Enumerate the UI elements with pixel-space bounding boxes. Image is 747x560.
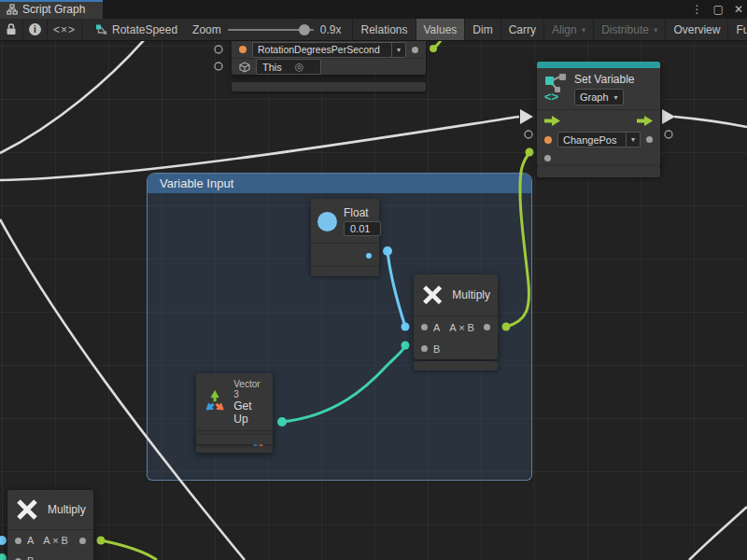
flow-out-port[interactable]: [637, 116, 653, 126]
a-label: A: [433, 322, 440, 333]
float-value-field[interactable]: 0.01: [344, 221, 381, 236]
menu-kebab-icon[interactable]: ⋮: [692, 0, 703, 19]
vector3-icon: [202, 388, 228, 416]
node-title: Float: [344, 206, 381, 219]
wire-flow-bottomright: [689, 507, 747, 560]
wire-flow-topleft: [0, 41, 145, 153]
flow-in-port[interactable]: [544, 116, 560, 126]
float-out-port[interactable]: [366, 253, 372, 259]
variable-row: ChangePos ▾: [537, 131, 660, 148]
target-row: This ◎: [232, 58, 426, 75]
graph-hierarchy-icon: [7, 4, 18, 15]
script-graph-window: Script Graph ⋮ ▢ ✕ i <×> R: [0, 0, 747, 560]
a-port[interactable]: [421, 324, 428, 330]
object-picker-icon[interactable]: ◎: [295, 61, 304, 73]
wire-end-dot: [0, 553, 7, 560]
title-bar: Script Graph ⋮ ▢ ✕: [0, 0, 747, 19]
values-toggle[interactable]: Values: [416, 19, 465, 40]
outer-port-ring[interactable]: [525, 131, 532, 138]
multiply-icon: [15, 497, 39, 522]
variable-row: RotationDegreesPerSecond ▾: [232, 41, 426, 58]
toolbar-toggles: Relations Values Dim Carry Align▾ Distri…: [352, 19, 747, 40]
dim-toggle[interactable]: Dim: [464, 19, 500, 40]
graph-toolbar: i <×> RotateSpeed Zoom 0.9x Relations Va…: [0, 19, 747, 41]
b-label: B: [433, 343, 440, 355]
set-variable-icon: <>: [544, 73, 568, 102]
variable-dropdown-arrow[interactable]: ▾: [627, 132, 641, 147]
fullscreen-button[interactable]: Full Screen: [727, 19, 747, 40]
wire-multiply2-out: [101, 540, 157, 560]
type-label: Vector 3: [233, 379, 267, 399]
cube-icon: [239, 62, 250, 73]
align-menu[interactable]: Align▾: [543, 19, 593, 40]
relations-toggle[interactable]: Relations: [352, 19, 415, 40]
lock-icon: [6, 23, 17, 35]
this-field[interactable]: This ◎: [256, 59, 321, 75]
b-port[interactable]: [421, 345, 428, 352]
node-title: Multiply: [452, 288, 490, 301]
wire-flow-into-set-variable: [0, 117, 519, 180]
maximize-icon[interactable]: ▢: [713, 0, 724, 19]
chevron-down-icon: ▾: [614, 93, 618, 102]
code-tag-icon: <×>: [53, 23, 76, 36]
output-row: [311, 243, 379, 268]
zoom-label: Zoom: [192, 23, 221, 36]
new-value-out-port[interactable]: [646, 136, 653, 143]
node-multiply[interactable]: Multiply A A × B B: [414, 274, 498, 359]
value-in-port[interactable]: [544, 155, 551, 161]
wire-end-dot: [526, 148, 534, 157]
tab-script-graph[interactable]: Script Graph: [0, 0, 103, 19]
node-header: Float 0.01: [311, 199, 379, 243]
node-set-variable[interactable]: <> Set Variable Graph ▾: [537, 62, 660, 167]
chevron-down-icon: ▾: [582, 25, 586, 35]
node-multiply-2[interactable]: Multiply A A × B B: [7, 490, 93, 560]
a-port[interactable]: [15, 538, 21, 544]
output-label: A × B: [43, 535, 68, 546]
variable-dropdown[interactable]: ChangePos: [557, 132, 627, 147]
carry-toggle[interactable]: Carry: [500, 19, 543, 40]
close-icon[interactable]: ✕: [734, 0, 743, 19]
node-footer: [232, 82, 426, 91]
output-port[interactable]: [412, 47, 418, 53]
input-b-row: B: [7, 551, 93, 560]
node-get-variable[interactable]: RotationDegreesPerSecond ▾ This ◎: [232, 41, 426, 75]
variable-port[interactable]: [544, 136, 552, 144]
scope-dropdown[interactable]: Graph ▾: [574, 89, 624, 105]
multiply-icon: [421, 283, 444, 307]
lock-button[interactable]: [0, 19, 23, 40]
zoom-slider[interactable]: [228, 29, 314, 31]
tab-title: Script Graph: [22, 3, 85, 16]
graph-name: RotateSpeed: [112, 23, 177, 36]
graph-breadcrumb[interactable]: RotateSpeed: [82, 19, 187, 40]
result-port[interactable]: [484, 324, 490, 330]
outer-port-ring[interactable]: [215, 46, 222, 53]
wire-getvariable-out: [433, 41, 443, 49]
wire-end-dot: [0, 536, 7, 545]
outer-port-ring[interactable]: [215, 63, 222, 70]
overview-button[interactable]: Overview: [665, 19, 727, 40]
wire-end-dot: [430, 45, 437, 52]
wire-arrowhead-out: [662, 109, 675, 124]
variable-port[interactable]: [239, 46, 247, 53]
chevron-down-icon: ▾: [654, 25, 658, 35]
node-footer: [537, 166, 660, 177]
info-button[interactable]: i: [23, 19, 48, 40]
outer-port-ring[interactable]: [665, 131, 672, 138]
result-port[interactable]: [79, 538, 86, 544]
zoom-value: 0.9x: [320, 23, 342, 36]
graph-canvas[interactable]: Variable Input: [0, 41, 747, 560]
node-title: Set Variable: [574, 73, 634, 86]
zoom-slider-handle[interactable]: [299, 24, 310, 35]
variable-dropdown-arrow[interactable]: ▾: [392, 42, 406, 58]
node-footer: [414, 361, 498, 371]
input-b-row: B: [414, 338, 498, 359]
value-row: [537, 148, 660, 167]
input-a-row: A A × B: [414, 316, 498, 338]
distribute-menu[interactable]: Distribute▾: [593, 19, 665, 40]
node-float[interactable]: Float 0.01: [311, 199, 379, 268]
group-header[interactable]: Variable Input: [148, 174, 531, 193]
wire-arrowhead-in: [520, 109, 533, 124]
code-view-button[interactable]: <×>: [48, 19, 82, 40]
node-header: Multiply: [414, 274, 498, 315]
variable-dropdown[interactable]: RotationDegreesPerSecond: [252, 42, 392, 58]
